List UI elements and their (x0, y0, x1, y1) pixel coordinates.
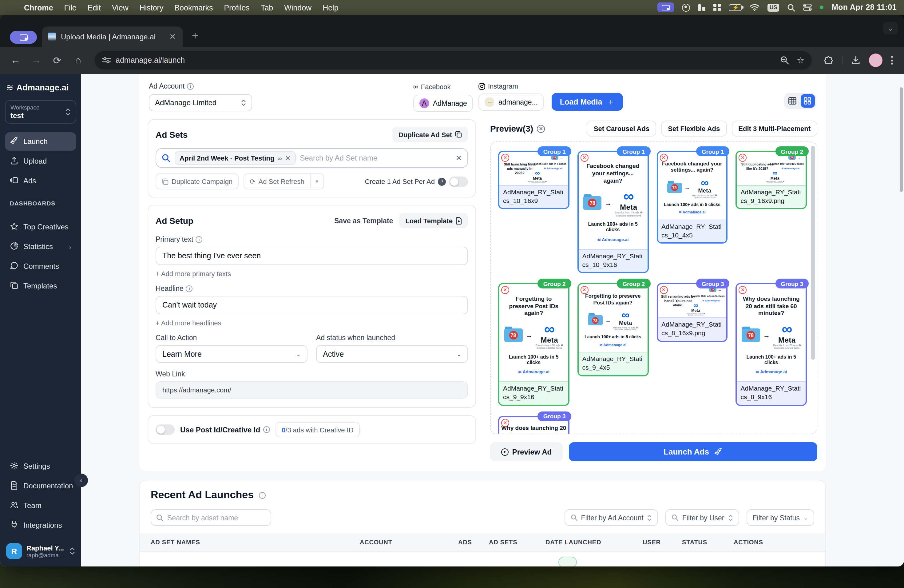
preview-card[interactable]: Group 1 ✕ Facebook changed your settings… (577, 151, 649, 273)
ad-status-select[interactable]: Active⌄ (316, 345, 468, 363)
sidebar-item-team[interactable]: Team (5, 496, 76, 515)
filter-by-status[interactable]: Filter by Status ⌄ (747, 509, 814, 526)
sidebar-item-documentation[interactable]: Documentation (5, 477, 76, 495)
set-carousel-ads-button[interactable]: Set Carousel Ads (587, 120, 656, 136)
back-button[interactable]: ← (6, 51, 25, 70)
selected-ad-set-tag[interactable]: April 2nd Week - Post Testing ∞ ✕ (175, 151, 296, 165)
address-bar[interactable]: admanage.ai/launch ☆ (95, 51, 812, 70)
menubar-item-view[interactable]: View (106, 4, 134, 12)
menubar-item-chrome[interactable]: Chrome (19, 4, 58, 12)
cta-select[interactable]: Learn More⌄ (156, 345, 308, 363)
instagram-account-chip[interactable]: AM admanage... (479, 93, 544, 111)
edit-3-multi-placement-button[interactable]: Edit 3 Multi-Placement (732, 120, 817, 136)
sidebar-item-top-creatives[interactable]: Top Creatives (5, 218, 76, 236)
sidebar-item-statistics[interactable]: Statistics › (5, 237, 76, 256)
sidebar-collapse-button[interactable]: ‹ (74, 474, 88, 487)
remove-card-icon[interactable]: ✕ (659, 154, 667, 162)
bookmark-star-icon[interactable]: ☆ (797, 55, 804, 65)
preview-card[interactable]: Group 1 ✕ Facebook changed your settings… (656, 151, 728, 244)
sidebar-item-upload[interactable]: Upload (5, 152, 76, 171)
clear-search-icon[interactable]: ✕ (456, 154, 462, 162)
preview-card[interactable]: Group 3 ✕ Still renaming ads by hand? Yo… (656, 283, 728, 342)
add-primary-text-link[interactable]: + Add more primary texts (156, 270, 468, 277)
menubar-item-history[interactable]: History (134, 4, 169, 12)
column-header-account[interactable]: ACCOUNT (360, 539, 458, 545)
preview-card[interactable]: Group 1 ✕ Still launching Meta ads manua… (498, 151, 569, 209)
menubar-item-tab[interactable]: Tab (255, 4, 278, 12)
info-icon[interactable]: i (196, 236, 202, 243)
downloads-icon[interactable] (851, 56, 860, 65)
column-header-date-launched[interactable]: DATE LAUNCHED (545, 539, 643, 545)
extensions-icon[interactable] (824, 56, 833, 65)
info-icon[interactable]: i (263, 426, 270, 433)
help-icon[interactable]: ? (438, 177, 446, 185)
remove-tag-icon[interactable]: ✕ (285, 154, 291, 162)
load-template-button[interactable]: Load Template (399, 213, 468, 228)
browser-avatar[interactable]: 🕶 (869, 54, 882, 67)
ad-account-select[interactable]: AdManage Limited (149, 94, 252, 111)
user-menu[interactable]: R Raphael Y... raph@adma... (5, 542, 76, 560)
post-id-toggle[interactable] (156, 424, 175, 435)
column-header-status[interactable]: STATUS (682, 539, 734, 545)
table-row[interactable] (151, 552, 814, 566)
preview-card[interactable]: Group 2 ✕ Forgetting to preserve Post ID… (498, 283, 569, 406)
record-icon[interactable] (682, 3, 690, 11)
input-source-badge[interactable]: US (768, 3, 779, 11)
sidebar-item-launch[interactable]: Launch (5, 132, 76, 151)
save-as-template-button[interactable]: Save as Template (334, 217, 393, 224)
duplicate-campaign-button[interactable]: Duplicate Campaign (156, 174, 239, 190)
spotlight-search-icon[interactable] (787, 3, 795, 11)
wifi-icon[interactable] (750, 4, 760, 11)
column-header-user[interactable]: USER (643, 539, 682, 545)
ad-set-search[interactable]: April 2nd Week - Post Testing ∞ ✕ Search… (156, 148, 468, 168)
menubar-item-edit[interactable]: Edit (82, 4, 106, 12)
preview-card[interactable]: Group 3 ✕ Why does launching 20 ads stil… (736, 283, 807, 406)
create-one-toggle[interactable] (449, 176, 468, 187)
remove-card-icon[interactable]: ✕ (501, 419, 509, 427)
control-center-icon[interactable] (803, 4, 812, 11)
remove-card-icon[interactable]: ✕ (580, 286, 588, 294)
ad-set-refresh-button[interactable]: ⟳Ad Set Refresh (243, 174, 311, 190)
load-media-button[interactable]: Load Media＋ (552, 93, 623, 111)
grid-view-button[interactable] (801, 94, 815, 107)
duplicate-ad-set-button[interactable]: Duplicate Ad Set (392, 127, 468, 142)
info-icon[interactable]: i (186, 285, 193, 292)
sidebar-item-integrations[interactable]: Integrations (5, 516, 76, 534)
tab-close-icon[interactable]: ✕ (168, 32, 177, 41)
preview-card[interactable]: Group 3 ✕ Why does launching 20 (498, 416, 569, 434)
table-view-button[interactable] (785, 94, 800, 107)
recent-search-input[interactable]: Search by adset name (151, 509, 271, 526)
launch-ads-button[interactable]: Launch Ads (569, 442, 817, 461)
preview-scrollbar[interactable] (811, 146, 815, 360)
remove-card-icon[interactable]: ✕ (580, 154, 588, 162)
launchpad-grid-icon[interactable] (713, 4, 721, 11)
ad-set-search-placeholder[interactable]: Search by Ad Set name (300, 154, 451, 162)
info-icon[interactable]: i (187, 83, 194, 90)
tab-search-chevron-icon[interactable]: ⌄ (883, 22, 898, 35)
add-headline-link[interactable]: + Add more headlines (156, 319, 468, 327)
preview-ad-button[interactable]: Preview Ad (490, 442, 563, 461)
preview-card[interactable]: Group 2 ✕ Still duplicating ads like it'… (736, 151, 807, 209)
window-tiling-icon[interactable] (698, 4, 705, 11)
primary-text-input[interactable] (156, 247, 468, 265)
sidebar-item-templates[interactable]: Templates (5, 277, 76, 295)
new-tab-button[interactable]: + (192, 30, 198, 43)
set-flexible-ads-button[interactable]: Set Flexible Ads (661, 120, 727, 136)
column-header-ads[interactable]: ADS (458, 539, 489, 545)
home-button[interactable]: ⌂ (69, 51, 87, 70)
menubar-item-profiles[interactable]: Profiles (219, 4, 255, 12)
clear-preview-icon[interactable]: ✕ (537, 125, 545, 133)
web-link-input[interactable]: https://admanage.com/ (156, 381, 468, 398)
column-header-ad-sets[interactable]: AD SETS (489, 539, 545, 545)
sidebar-item-ads[interactable]: Ads (5, 172, 76, 190)
browser-tab[interactable]: Upload Media | Admanage.ai ✕ (42, 27, 183, 47)
facebook-page-chip[interactable]: A AdManage (413, 95, 473, 112)
headline-input[interactable] (156, 296, 468, 314)
remove-card-icon[interactable]: ✕ (501, 154, 509, 162)
url-text[interactable]: admanage.ai/launch (115, 56, 776, 65)
menubar-item-window[interactable]: Window (278, 4, 317, 12)
filter-by-ad-account[interactable]: Filter by Ad Account (564, 509, 658, 526)
ad-set-refresh-dropdown[interactable]: ▾ (311, 174, 324, 190)
preview-card[interactable]: Group 2 ✕ Forgetting to preserve Post ID… (577, 283, 649, 376)
column-header-ad-set-names[interactable]: AD SET NAMES (151, 539, 360, 545)
